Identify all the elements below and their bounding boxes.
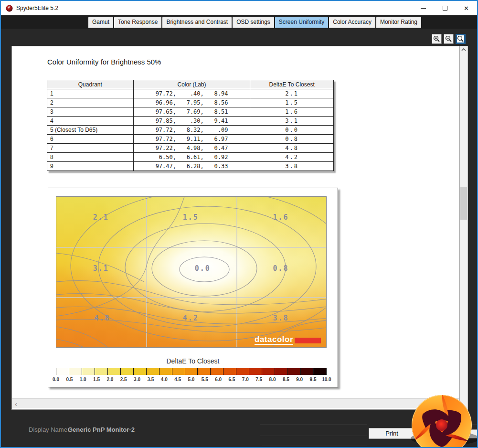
quadrant-cell: 2 — [47, 98, 134, 107]
colorbar-segment — [120, 368, 133, 375]
colorbar-segment — [210, 368, 223, 375]
colorbar-ticks: 0.00.51.01.52.02.53.03.54.04.55.05.56.06… — [56, 377, 327, 382]
close-icon: ✕ — [464, 5, 469, 11]
zoom-in-button[interactable] — [432, 34, 442, 44]
page-title: Color Uniformity for Brightness 50% — [47, 58, 161, 66]
minimize-button[interactable] — [413, 1, 434, 15]
app-window: Spyder5Elite 5.2 ✕ GamutTone ResponseBri… — [0, 0, 478, 448]
deltae-cell: 3.1 — [250, 117, 334, 126]
table-row: 6 97.72, 9.11, 6.97 0.8 — [47, 135, 334, 144]
quadrant-cell: 5 (Closest To D65) — [47, 126, 134, 135]
map-quadrant-value: 3.1 — [93, 264, 109, 273]
colorbar-tick-label: 2.0 — [103, 377, 117, 382]
deltae-cell: 0.0 — [250, 126, 334, 135]
map-quadrant-value: 1.6 — [273, 213, 289, 222]
colorbar-tick-label: 1.0 — [76, 377, 90, 382]
colorbar-segment — [223, 368, 236, 375]
colorbar-tick-label: 5.0 — [184, 377, 198, 382]
scroll-left-icon[interactable]: ‹ — [15, 400, 17, 408]
vertical-scrollbar-thumb[interactable] — [460, 187, 467, 220]
table-row: 5 (Closest To D65) 97.72, 8.32, .09 0.0 — [47, 126, 334, 135]
datacolor-red-bar — [295, 338, 321, 343]
colorbar-tick-label: 1.5 — [89, 377, 104, 382]
lab-color-cell: 97.47, 6.28, 0.33 — [133, 162, 250, 171]
colorbar-tick-label: 4.0 — [157, 377, 171, 382]
colorbar-tick-label: 8.0 — [266, 377, 280, 382]
lab-color-cell: 97.72, 8.32, .09 — [133, 126, 250, 135]
colorbar-tick-label: 9.5 — [306, 377, 320, 382]
tab-tone-response[interactable]: Tone Response — [114, 17, 161, 28]
column-header-color-lab: Color (Lab) — [133, 80, 250, 89]
datacolor-logo: datacolor — [255, 335, 321, 345]
colorbar-segment — [275, 368, 287, 375]
horizontal-scrollbar[interactable]: ‹ — [12, 398, 459, 408]
lab-color-cell: 97.85, .30, 9.41 — [133, 117, 250, 126]
colorbar-segment — [249, 368, 262, 375]
column-header-deltae: DeltaE To Closest — [250, 80, 334, 89]
deltae-colorbar — [56, 368, 327, 375]
footer-groove — [260, 436, 367, 436]
tab-strip: GamutTone ResponseBrightness and Contras… — [1, 15, 477, 29]
maximize-button[interactable] — [434, 1, 456, 15]
colorbar-tick-label: 3.5 — [143, 377, 158, 382]
lab-color-cell: 97.72, .40, 8.94 — [133, 89, 250, 98]
display-name-label: Display Name: — [29, 426, 69, 433]
uniformity-heatmap: 2.11.51.63.10.00.84.84.23.8 datacolor — [56, 196, 327, 348]
tab-gamut[interactable]: Gamut — [88, 17, 113, 28]
colorbar-segment — [82, 368, 95, 375]
table-header-row: Quadrant Color (Lab) DeltaE To Closest — [47, 80, 334, 89]
scroll-up-icon[interactable] — [460, 47, 467, 53]
tab-screen-uniformity[interactable]: Screen Uniformity — [275, 17, 328, 28]
zoom-out-icon — [445, 35, 452, 43]
lab-color-cell: 6.50, 6.61, 0.92 — [133, 153, 250, 162]
colorbar-title: DeltaE To Closest — [48, 357, 338, 365]
map-quadrant-value: 3.8 — [273, 314, 289, 322]
map-quadrant-value: 0.8 — [273, 264, 289, 273]
tab-list: GamutTone ResponseBrightness and Contras… — [88, 17, 422, 28]
zoom-in-icon — [433, 35, 440, 43]
colorbar-segment — [95, 368, 107, 375]
colorbar-segment — [287, 368, 300, 375]
app-icon — [6, 5, 13, 12]
tab-osd-settings[interactable]: OSD settings — [233, 17, 274, 28]
close-button[interactable]: ✕ — [456, 1, 477, 15]
colorbar-tick-label: 10.0 — [319, 377, 334, 382]
map-quadrant-value: 4.2 — [183, 314, 199, 322]
map-quadrant-value: 0.0 — [195, 264, 211, 273]
deltae-cell: 1.6 — [250, 107, 334, 117]
footer-groove — [262, 446, 367, 446]
colorbar-segment — [107, 368, 120, 375]
table-row: 8 6.50, 6.61, 0.92 4.2 — [47, 153, 334, 162]
column-header-quadrant: Quadrant — [47, 80, 134, 89]
colorbar-tick-label: 2.5 — [117, 377, 131, 382]
lab-color-cell: 97.72, 9.11, 6.97 — [133, 135, 250, 144]
deltae-cell: 2.1 — [250, 89, 334, 98]
zoom-reset-button[interactable] — [456, 34, 466, 44]
vertical-scrollbar[interactable] — [459, 46, 468, 410]
colorbar-tick-label: 8.5 — [279, 377, 293, 382]
colorbar-segment — [197, 368, 210, 375]
title-bar: Spyder5Elite 5.2 ✕ — [1, 1, 477, 15]
table-row: 7 97.22, 4.98, 0.47 4.8 — [47, 144, 334, 153]
tab-color-accuracy[interactable]: Color Accuracy — [329, 17, 375, 28]
colorbar-segment — [56, 368, 69, 375]
map-quadrant-value: 2.1 — [93, 213, 109, 222]
colorbar-segment — [313, 368, 326, 375]
colorbar-segment — [185, 368, 198, 375]
zoom-out-button[interactable] — [444, 34, 454, 44]
quadrant-cell: 3 — [47, 107, 134, 117]
quadrant-cell: 1 — [47, 89, 134, 98]
zoom-toolbar — [432, 34, 466, 44]
tab-monitor-rating[interactable]: Monitor Rating — [376, 17, 421, 28]
uniformity-map-panel: 2.11.51.63.10.00.84.84.23.8 datacolor De… — [48, 188, 338, 387]
window-title: Spyder5Elite 5.2 — [16, 1, 58, 15]
colorbar-tick-label: 7.5 — [252, 377, 266, 382]
datacolor-wordmark: datacolor — [255, 335, 293, 345]
tab-brightness-and-contrast[interactable]: Brightness and Contrast — [162, 17, 232, 28]
display-name-value: Generic PnP Monitor-2 — [68, 426, 135, 433]
colorbar-segment — [69, 368, 82, 375]
uniformity-table: Quadrant Color (Lab) DeltaE To Closest 1… — [47, 80, 334, 171]
quadrant-cell: 8 — [47, 153, 134, 162]
minimize-icon — [421, 8, 426, 9]
quadrant-cell: 4 — [47, 117, 134, 126]
